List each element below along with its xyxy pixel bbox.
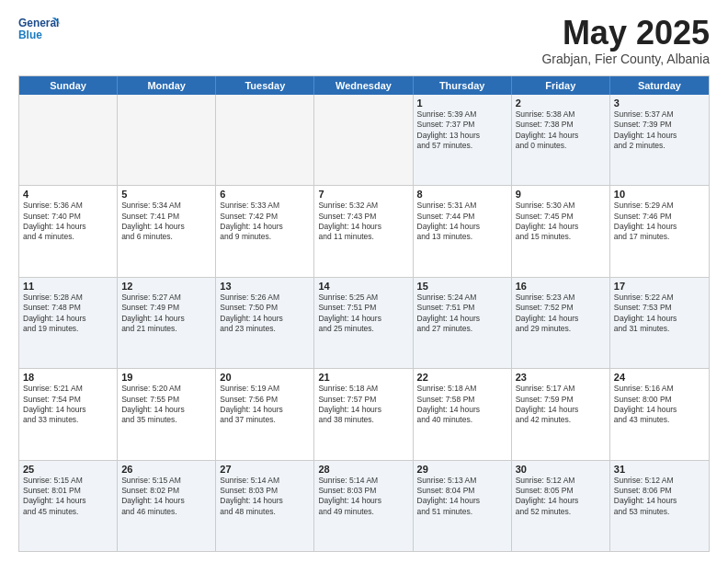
- day-number: 14: [318, 281, 408, 292]
- day-cell-15: 15Sunrise: 5:24 AM Sunset: 7:51 PM Dayli…: [414, 278, 512, 368]
- calendar-row-0: 1Sunrise: 5:39 AM Sunset: 7:37 PM Daylig…: [19, 95, 709, 186]
- empty-cell-0-1: [118, 95, 216, 185]
- day-number: 15: [417, 281, 507, 292]
- day-cell-31: 31Sunrise: 5:12 AM Sunset: 8:06 PM Dayli…: [610, 461, 709, 551]
- logo: GeneralBlue: [18, 15, 69, 44]
- day-number: 17: [614, 281, 705, 292]
- day-cell-1: 1Sunrise: 5:39 AM Sunset: 7:37 PM Daylig…: [414, 95, 512, 185]
- day-info: Sunrise: 5:12 AM Sunset: 8:05 PM Dayligh…: [516, 476, 606, 518]
- day-info: Sunrise: 5:30 AM Sunset: 7:45 PM Dayligh…: [516, 201, 606, 243]
- calendar-body: 1Sunrise: 5:39 AM Sunset: 7:37 PM Daylig…: [19, 95, 709, 551]
- day-cell-21: 21Sunrise: 5:18 AM Sunset: 7:57 PM Dayli…: [314, 369, 413, 459]
- day-cell-7: 7Sunrise: 5:32 AM Sunset: 7:43 PM Daylig…: [314, 186, 413, 276]
- calendar-row-3: 18Sunrise: 5:21 AM Sunset: 7:54 PM Dayli…: [19, 369, 709, 460]
- day-number: 25: [23, 464, 113, 475]
- day-cell-28: 28Sunrise: 5:14 AM Sunset: 8:03 PM Dayli…: [314, 461, 413, 551]
- day-cell-6: 6Sunrise: 5:33 AM Sunset: 7:42 PM Daylig…: [216, 186, 314, 276]
- day-cell-12: 12Sunrise: 5:27 AM Sunset: 7:49 PM Dayli…: [118, 278, 216, 368]
- day-info: Sunrise: 5:14 AM Sunset: 8:03 PM Dayligh…: [318, 476, 408, 518]
- day-info: Sunrise: 5:24 AM Sunset: 7:51 PM Dayligh…: [417, 293, 507, 335]
- day-number: 18: [23, 372, 113, 383]
- svg-text:General: General: [18, 17, 59, 29]
- day-info: Sunrise: 5:38 AM Sunset: 7:38 PM Dayligh…: [516, 109, 606, 152]
- day-header-tuesday: Tuesday: [216, 76, 314, 95]
- day-header-sunday: Sunday: [19, 76, 118, 95]
- day-info: Sunrise: 5:19 AM Sunset: 7:56 PM Dayligh…: [220, 384, 310, 426]
- day-info: Sunrise: 5:17 AM Sunset: 7:59 PM Dayligh…: [516, 384, 606, 426]
- day-info: Sunrise: 5:15 AM Sunset: 8:01 PM Dayligh…: [23, 476, 113, 518]
- day-number: 21: [318, 372, 408, 383]
- day-number: 11: [23, 281, 113, 292]
- day-cell-27: 27Sunrise: 5:14 AM Sunset: 8:03 PM Dayli…: [216, 461, 314, 551]
- day-number: 30: [516, 464, 606, 475]
- day-number: 27: [220, 464, 310, 475]
- day-cell-24: 24Sunrise: 5:16 AM Sunset: 8:00 PM Dayli…: [610, 369, 709, 459]
- calendar-row-4: 25Sunrise: 5:15 AM Sunset: 8:01 PM Dayli…: [19, 461, 709, 551]
- day-info: Sunrise: 5:25 AM Sunset: 7:51 PM Dayligh…: [318, 293, 408, 335]
- day-number: 26: [121, 464, 211, 475]
- day-info: Sunrise: 5:12 AM Sunset: 8:06 PM Dayligh…: [614, 476, 705, 518]
- calendar-row-2: 11Sunrise: 5:28 AM Sunset: 7:48 PM Dayli…: [19, 278, 709, 369]
- day-info: Sunrise: 5:14 AM Sunset: 8:03 PM Dayligh…: [220, 476, 310, 518]
- logo-icon: GeneralBlue: [18, 15, 69, 44]
- day-info: Sunrise: 5:33 AM Sunset: 7:42 PM Dayligh…: [220, 201, 310, 243]
- day-number: 5: [121, 189, 211, 200]
- empty-cell-0-2: [216, 95, 314, 185]
- day-number: 13: [220, 281, 310, 292]
- day-info: Sunrise: 5:37 AM Sunset: 7:39 PM Dayligh…: [614, 109, 705, 152]
- day-number: 29: [417, 464, 507, 475]
- day-number: 19: [121, 372, 211, 383]
- day-info: Sunrise: 5:39 AM Sunset: 7:37 PM Dayligh…: [417, 109, 507, 152]
- day-number: 28: [318, 464, 408, 475]
- svg-text:Blue: Blue: [18, 29, 42, 41]
- day-info: Sunrise: 5:27 AM Sunset: 7:49 PM Dayligh…: [121, 293, 211, 335]
- day-info: Sunrise: 5:21 AM Sunset: 7:54 PM Dayligh…: [23, 384, 113, 426]
- day-number: 4: [23, 189, 113, 200]
- empty-cell-0-0: [19, 95, 118, 185]
- day-number: 7: [318, 189, 408, 200]
- day-cell-17: 17Sunrise: 5:22 AM Sunset: 7:53 PM Dayli…: [610, 278, 709, 368]
- day-cell-22: 22Sunrise: 5:18 AM Sunset: 7:58 PM Dayli…: [414, 369, 512, 459]
- day-info: Sunrise: 5:13 AM Sunset: 8:04 PM Dayligh…: [417, 476, 507, 518]
- day-header-saturday: Saturday: [610, 76, 709, 95]
- day-info: Sunrise: 5:29 AM Sunset: 7:46 PM Dayligh…: [614, 201, 705, 243]
- day-number: 24: [614, 372, 705, 383]
- day-cell-14: 14Sunrise: 5:25 AM Sunset: 7:51 PM Dayli…: [314, 278, 413, 368]
- day-number: 16: [516, 281, 606, 292]
- day-number: 8: [417, 189, 507, 200]
- day-cell-9: 9Sunrise: 5:30 AM Sunset: 7:45 PM Daylig…: [512, 186, 610, 276]
- day-number: 23: [516, 372, 606, 383]
- day-cell-18: 18Sunrise: 5:21 AM Sunset: 7:54 PM Dayli…: [19, 369, 118, 459]
- calendar-row-1: 4Sunrise: 5:36 AM Sunset: 7:40 PM Daylig…: [19, 186, 709, 277]
- day-info: Sunrise: 5:18 AM Sunset: 7:57 PM Dayligh…: [318, 384, 408, 426]
- day-number: 20: [220, 372, 310, 383]
- day-info: Sunrise: 5:28 AM Sunset: 7:48 PM Dayligh…: [23, 293, 113, 335]
- day-number: 10: [614, 189, 705, 200]
- day-cell-25: 25Sunrise: 5:15 AM Sunset: 8:01 PM Dayli…: [19, 461, 118, 551]
- day-cell-5: 5Sunrise: 5:34 AM Sunset: 7:41 PM Daylig…: [118, 186, 216, 276]
- day-number: 2: [516, 98, 606, 109]
- day-number: 9: [516, 189, 606, 200]
- day-cell-2: 2Sunrise: 5:38 AM Sunset: 7:38 PM Daylig…: [512, 95, 610, 185]
- location-subtitle: Grabjan, Fier County, Albania: [541, 52, 710, 66]
- day-cell-13: 13Sunrise: 5:26 AM Sunset: 7:50 PM Dayli…: [216, 278, 314, 368]
- day-header-wednesday: Wednesday: [314, 76, 413, 95]
- day-cell-20: 20Sunrise: 5:19 AM Sunset: 7:56 PM Dayli…: [216, 369, 314, 459]
- day-cell-10: 10Sunrise: 5:29 AM Sunset: 7:46 PM Dayli…: [610, 186, 709, 276]
- day-info: Sunrise: 5:31 AM Sunset: 7:44 PM Dayligh…: [417, 201, 507, 243]
- day-info: Sunrise: 5:32 AM Sunset: 7:43 PM Dayligh…: [318, 201, 408, 243]
- day-cell-29: 29Sunrise: 5:13 AM Sunset: 8:04 PM Dayli…: [414, 461, 512, 551]
- day-number: 6: [220, 189, 310, 200]
- day-info: Sunrise: 5:20 AM Sunset: 7:55 PM Dayligh…: [121, 384, 211, 426]
- title-area: May 2025 Grabjan, Fier County, Albania: [541, 15, 710, 66]
- page: GeneralBlue May 2025 Grabjan, Fier Count…: [0, 0, 728, 563]
- day-cell-19: 19Sunrise: 5:20 AM Sunset: 7:55 PM Dayli…: [118, 369, 216, 459]
- day-number: 12: [121, 281, 211, 292]
- day-number: 31: [614, 464, 705, 475]
- day-header-monday: Monday: [118, 76, 216, 95]
- day-cell-11: 11Sunrise: 5:28 AM Sunset: 7:48 PM Dayli…: [19, 278, 118, 368]
- day-header-friday: Friday: [512, 76, 610, 95]
- calendar: SundayMondayTuesdayWednesdayThursdayFrid…: [18, 75, 710, 552]
- day-info: Sunrise: 5:18 AM Sunset: 7:58 PM Dayligh…: [417, 384, 507, 426]
- day-cell-4: 4Sunrise: 5:36 AM Sunset: 7:40 PM Daylig…: [19, 186, 118, 276]
